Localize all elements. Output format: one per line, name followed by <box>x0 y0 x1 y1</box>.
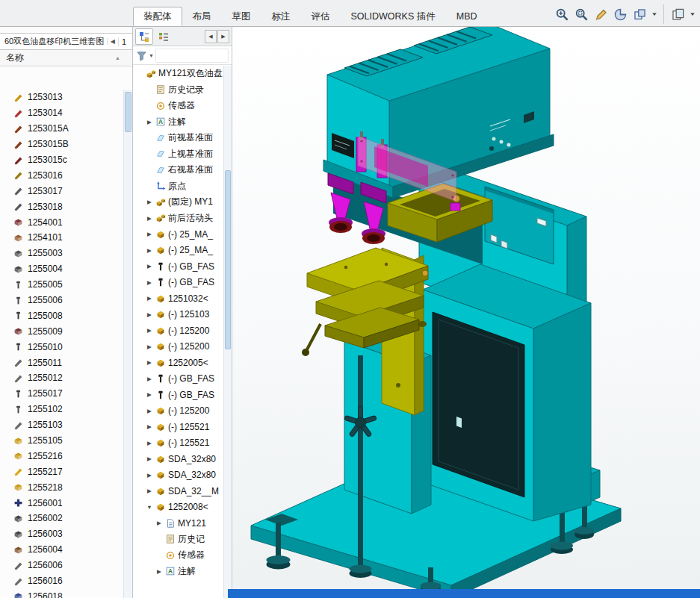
edit-sketch-icon[interactable] <box>591 4 610 24</box>
expander-icon[interactable]: ▶ <box>146 376 153 382</box>
parts-list-item[interactable]: 1253015c <box>0 152 124 168</box>
feature-tree-item[interactable]: ▶ (-) 125200 <box>133 339 224 355</box>
parts-list-item[interactable]: 1253018 <box>0 199 124 214</box>
parts-list-item[interactable]: 1255009 <box>0 323 124 339</box>
expander-icon[interactable]: ▶ <box>146 391 153 398</box>
feature-tree-item[interactable]: 传感器 <box>133 98 224 114</box>
feature-tree-item[interactable]: 历史记录 <box>133 82 224 99</box>
parts-list-item[interactable]: 1255006 <box>0 293 124 308</box>
feature-tree-item[interactable]: ▶ SDA_32__M <box>133 483 224 499</box>
feature-tree-item[interactable]: ▶ (-) 125521 <box>133 419 224 435</box>
parts-list-item[interactable]: 1254101 <box>0 230 124 246</box>
feature-tree-item[interactable]: ▶ (-) 25_MA_ <box>133 226 224 243</box>
parts-list-item[interactable]: 1254001 <box>0 214 124 230</box>
expander-icon[interactable]: ▶ <box>155 520 163 526</box>
command-tab-评估[interactable]: 评估 <box>301 7 341 26</box>
expander-icon[interactable]: ▶ <box>146 359 153 366</box>
parts-list-scrollbar[interactable] <box>123 90 132 598</box>
command-tab-草图[interactable]: 草图 <box>222 7 261 26</box>
parts-list-item[interactable]: 1256018 <box>0 589 124 598</box>
feature-tree-item[interactable]: ▶ (-) 125200 <box>133 323 224 339</box>
view-settings-dropdown[interactable] <box>687 4 697 24</box>
feature-tree-item[interactable]: 传感器 <box>133 547 224 564</box>
expander-icon[interactable]: ▶ <box>146 343 153 350</box>
expander-icon[interactable]: ▶ <box>146 231 153 237</box>
expander-icon[interactable]: ▶ <box>155 568 163 575</box>
parts-list-item[interactable]: 1253015A <box>0 121 124 137</box>
expander-icon[interactable]: ▶ <box>146 311 153 318</box>
panel-nav-left[interactable]: ◀ <box>205 30 217 43</box>
parts-list-item[interactable]: 1255003 <box>0 246 124 261</box>
feature-tree-item[interactable]: ▶ (-) 125521 <box>133 435 224 452</box>
scrollbar-thumb[interactable] <box>225 170 231 349</box>
tree-scrollbar[interactable] <box>223 66 232 598</box>
expander-icon[interactable]: ▶ <box>146 408 153 414</box>
filter-dropdown-icon[interactable]: ▼ <box>149 53 154 58</box>
parts-list-item[interactable]: 1255008 <box>0 308 124 323</box>
expander-icon[interactable]: ▶ <box>146 327 153 334</box>
command-tab-标注[interactable]: 标注 <box>261 7 301 26</box>
panel-nav-right[interactable]: ▶ <box>217 30 229 43</box>
parts-list-item[interactable]: 1255102 <box>0 402 124 417</box>
cabinet-door[interactable] <box>433 312 524 497</box>
feature-tree-item[interactable]: ▶ (-) GB_FAS <box>133 387 224 403</box>
parts-list-item[interactable]: 1255103 <box>0 417 124 433</box>
expander-icon[interactable]: ▶ <box>146 279 153 286</box>
feature-tree-item[interactable]: ▶ SDA_32x80 <box>133 467 224 484</box>
expander-icon[interactable]: ▶ <box>146 455 153 462</box>
display-style-dropdown[interactable] <box>649 4 659 24</box>
expander-icon[interactable]: ▶ <box>146 263 153 270</box>
name-column-header[interactable]: 名称 ▲ <box>0 50 132 66</box>
parts-list-item[interactable]: 1256001 <box>0 495 124 511</box>
feature-tree-item[interactable]: ▶ 注解 <box>133 564 224 580</box>
command-tab-布局[interactable]: 布局 <box>182 7 222 26</box>
feature-tree-item[interactable]: ▶ (固定) MY1 <box>133 194 224 211</box>
expander-icon[interactable]: ▶ <box>146 119 153 125</box>
parts-list-item[interactable]: 1253014 <box>0 105 124 121</box>
feature-tree-item[interactable]: MY121双色油盘 <box>133 66 224 82</box>
feature-tree-item[interactable]: 右视基准面 <box>133 162 224 178</box>
collapse-panel-icon[interactable]: ◀ <box>107 38 118 45</box>
command-tab-装配体[interactable]: 装配体 <box>133 7 182 26</box>
feature-tree-item[interactable]: ▶ 注解 <box>133 114 224 131</box>
feature-tree-item[interactable]: ▼ 1252008< <box>133 499 224 516</box>
parts-list-item[interactable]: 1256006 <box>0 558 124 573</box>
parts-list-item[interactable]: 1253013 <box>0 90 124 105</box>
parts-list-item[interactable]: 1255217 <box>0 464 124 479</box>
parts-list-item[interactable]: 1256004 <box>0 542 124 558</box>
command-tab-MBD[interactable]: MBD <box>446 7 488 26</box>
feature-tree-item[interactable]: ▶ 前后活动头 <box>133 211 224 227</box>
parts-list-item[interactable]: 1255010 <box>0 339 124 355</box>
feature-tree-item[interactable]: ▶ (-) 125200 <box>133 403 224 420</box>
parts-list-item[interactable]: 1253015B <box>0 137 124 152</box>
feature-tree-item[interactable]: ▶ (-) GB_FAS <box>133 371 224 387</box>
parts-list-item[interactable]: 1256016 <box>0 573 124 589</box>
feature-tree-item[interactable]: ▶ 1251032< <box>133 290 224 307</box>
parts-list-item[interactable]: 1255105 <box>0 433 124 449</box>
parts-list-item[interactable]: 1256002 <box>0 511 124 526</box>
feature-tree-item[interactable]: 上视基准面 <box>133 146 224 163</box>
feature-tree-item[interactable]: ▶ (-) GB_FAS <box>133 258 224 275</box>
command-tab-SOLIDWORKS 插件[interactable]: SOLIDWORKS 插件 <box>341 7 446 26</box>
parts-list-item[interactable]: 1255218 <box>0 479 124 495</box>
expander-icon[interactable]: ▶ <box>146 215 153 222</box>
parts-list-item[interactable]: 1255012 <box>0 370 124 386</box>
feature-tree-item[interactable]: ▶ (-) 125103 <box>133 307 224 323</box>
expander-icon[interactable]: ▶ <box>146 440 153 446</box>
document-tab[interactable]: 60双色油盘移印机三维套图 ◀ 1 <box>0 33 132 50</box>
zoom-to-area-icon[interactable] <box>572 4 591 24</box>
feature-tree-item[interactable]: ▶ MY121 <box>133 515 224 532</box>
parts-list-item[interactable]: 1253017 <box>0 183 124 199</box>
property-manager-tab[interactable] <box>155 28 173 45</box>
expander-icon[interactable]: ▶ <box>146 488 153 494</box>
view-settings-icon[interactable] <box>663 4 687 24</box>
parts-list-item[interactable]: 1255011 <box>0 355 124 370</box>
zoom-to-fit-icon[interactable] <box>552 4 572 24</box>
parts-list-item[interactable]: 1255216 <box>0 448 124 464</box>
feature-tree-item[interactable]: ▶ (-) GB_FAS <box>133 275 224 291</box>
expander-icon[interactable]: ▶ <box>146 423 153 430</box>
expander-icon[interactable]: ▶ <box>146 247 153 254</box>
machine-cabinet[interactable] <box>423 264 591 521</box>
expander-icon[interactable]: ▶ <box>146 199 153 205</box>
parts-list-item[interactable]: 1255005 <box>0 277 124 293</box>
